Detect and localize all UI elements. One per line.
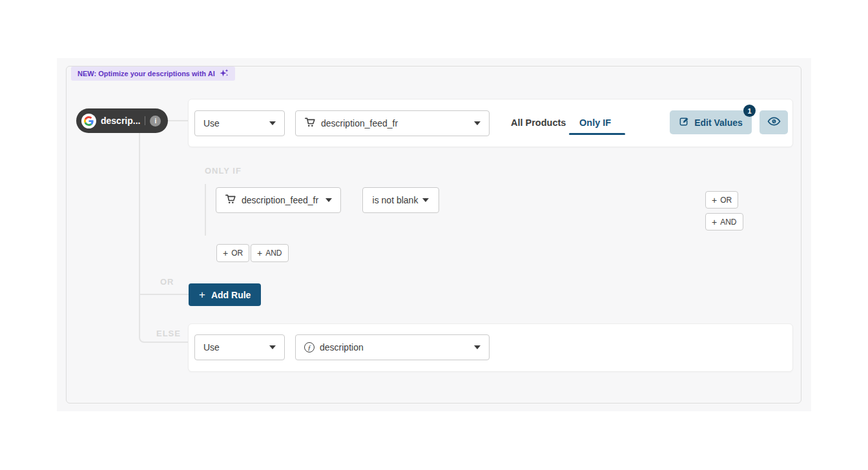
plus-icon: + (257, 249, 262, 258)
cart-icon (225, 194, 236, 207)
preview-button[interactable] (760, 110, 788, 134)
sparkles-icon (220, 68, 229, 79)
condition-operator-select[interactable]: is not blank (362, 187, 439, 213)
eye-icon (767, 116, 781, 129)
tab-all-products[interactable]: All Products (511, 118, 566, 128)
plus-icon: + (712, 196, 717, 205)
or-button-label: OR (720, 196, 732, 205)
condition-field-select[interactable]: description_feed_fr (216, 187, 341, 213)
connector-or-branch (140, 294, 189, 295)
and-button-label: AND (720, 218, 736, 227)
connector-vertical-else (139, 132, 189, 343)
add-or-condition-button[interactable]: + OR (705, 191, 738, 209)
function-icon: ƒ (304, 342, 315, 352)
else-value-select[interactable]: ƒ description (295, 334, 490, 360)
else-use-value: Use (203, 342, 220, 352)
rule-use-value: Use (203, 118, 220, 128)
ai-banner-label: NEW: Optimize your descriptions with AI (78, 70, 215, 77)
chevron-down-icon (269, 345, 276, 349)
chevron-down-icon (269, 121, 276, 125)
tab-only-if-underline (569, 133, 625, 135)
tab-only-if[interactable]: Only IF (579, 118, 611, 128)
plus-icon: + (199, 289, 205, 300)
condition-operator-value: is not blank (373, 195, 418, 205)
plus-icon: + (223, 249, 228, 258)
or-branch-label: OR (160, 277, 174, 287)
edit-values-label: Edit Values (694, 118, 743, 128)
chevron-down-icon (326, 198, 332, 202)
else-branch-label: ELSE (156, 329, 181, 338)
add-rule-button[interactable]: + Add Rule (189, 283, 261, 306)
edit-icon (679, 116, 689, 128)
plus-icon: + (712, 218, 717, 227)
edit-values-button[interactable]: Edit Values (670, 110, 752, 134)
chevron-down-icon (474, 345, 480, 349)
cart-icon (304, 117, 316, 130)
condition-group-border (205, 184, 206, 236)
and-button-label: AND (265, 249, 282, 258)
add-or-group-button[interactable]: + OR (216, 244, 249, 262)
chevron-down-icon (474, 121, 480, 125)
rule-source-select[interactable]: description_feed_fr (295, 110, 490, 136)
else-use-select[interactable]: Use (194, 334, 285, 360)
ai-optimize-banner[interactable]: NEW: Optimize your descriptions with AI (71, 66, 235, 81)
or-button-label: OR (231, 249, 243, 258)
only-if-heading: ONLY IF (205, 166, 242, 176)
mapping-editor: NEW: Optimize your descriptions with AI … (0, 0, 868, 470)
add-and-group-button[interactable]: + AND (251, 244, 289, 262)
rule-source-value: description_feed_fr (321, 118, 398, 128)
add-and-condition-button[interactable]: + AND (705, 213, 743, 230)
rule-use-select[interactable]: Use (194, 110, 285, 136)
edit-values-count-badge: 1 (743, 105, 756, 117)
channel-field-name: descrip... (101, 116, 140, 126)
pill-divider (145, 116, 145, 125)
add-rule-label: Add Rule (211, 290, 251, 300)
condition-field-value: description_feed_fr (242, 195, 318, 205)
google-logo-icon (81, 114, 96, 128)
chevron-down-icon (422, 198, 429, 202)
else-value: description (320, 342, 364, 352)
info-icon[interactable]: i (150, 116, 161, 127)
channel-field-pill[interactable]: descrip... i (76, 108, 168, 133)
